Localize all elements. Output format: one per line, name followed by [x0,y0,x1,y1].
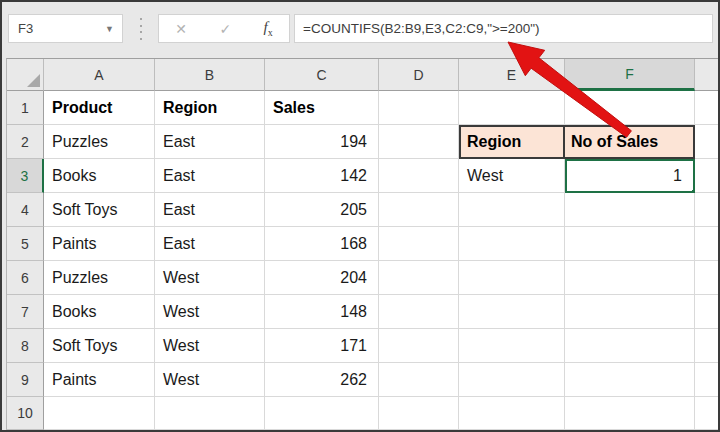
cell-A2[interactable]: Puzzles [44,125,155,159]
cell-C1[interactable]: Sales [265,91,379,125]
enter-icon[interactable]: ✓ [219,21,231,37]
cell-D5[interactable] [379,227,459,261]
cell-F7[interactable] [565,295,695,329]
cell-text-B4: East [163,201,195,219]
row-header-6[interactable]: 6 [7,261,44,295]
cell-A6[interactable]: Puzzles [44,261,155,295]
cell-B6[interactable]: West [155,261,265,295]
col-header-D[interactable]: D [379,59,459,91]
cell-D7[interactable] [379,295,459,329]
cell-E1[interactable] [459,91,565,125]
col-header-B[interactable]: B [155,59,265,91]
cell-D3[interactable] [379,159,459,193]
cell-E10[interactable] [459,397,565,430]
cell-A5[interactable]: Paints [44,227,155,261]
cell-E6[interactable] [459,261,565,295]
cell-B3[interactable]: East [155,159,265,193]
cell-A4[interactable]: Soft Toys [44,193,155,227]
cell-text-C3: 142 [340,167,367,185]
cell-partial-2 [695,125,719,159]
cell-F4[interactable] [565,193,695,227]
insert-function-icon[interactable]: fx [264,19,273,38]
col-header-F[interactable]: F [565,59,695,91]
cell-B2[interactable]: East [155,125,265,159]
grid-row-1: 1ProductRegionSales [7,91,719,125]
cell-F3[interactable]: 1 [565,159,695,193]
cell-E2[interactable]: Region [459,125,565,159]
cell-A10[interactable] [44,397,155,430]
cell-partial-1 [695,91,719,125]
cell-F5[interactable] [565,227,695,261]
cell-A7[interactable]: Books [44,295,155,329]
cell-E5[interactable] [459,227,565,261]
cell-F10[interactable] [565,397,695,430]
cell-A3[interactable]: Books [44,159,155,193]
cell-text-A6: Puzzles [52,269,108,287]
cell-B7[interactable]: West [155,295,265,329]
row-header-5[interactable]: 5 [7,227,44,261]
formula-bar[interactable]: =COUNTIFS(B2:B9,E3,C2:C9,">=200") [294,14,713,43]
chevron-down-icon[interactable]: ▼ [105,24,114,34]
cell-B10[interactable] [155,397,265,430]
cell-E4[interactable] [459,193,565,227]
fill-handle[interactable] [691,189,695,193]
cell-D8[interactable] [379,329,459,363]
cell-E7[interactable] [459,295,565,329]
cell-C2[interactable]: 194 [265,125,379,159]
row-header-10[interactable]: 10 [7,397,44,430]
cell-C8[interactable]: 171 [265,329,379,363]
cell-C4[interactable]: 205 [265,193,379,227]
cell-D4[interactable] [379,193,459,227]
cell-D2[interactable] [379,125,459,159]
cell-B1[interactable]: Region [155,91,265,125]
row-header-9[interactable]: 9 [7,363,44,397]
cell-C3[interactable]: 142 [265,159,379,193]
cell-text-B8: West [163,337,199,355]
row-header-7[interactable]: 7 [7,295,44,329]
cell-B8[interactable]: West [155,329,265,363]
cell-F8[interactable] [565,329,695,363]
cell-A8[interactable]: Soft Toys [44,329,155,363]
cell-C5[interactable]: 168 [265,227,379,261]
row-header-3[interactable]: 3 [7,159,44,193]
cell-C9[interactable]: 262 [265,363,379,397]
cell-text-A3: Books [52,167,96,185]
toolbar-divider-dots [138,18,144,40]
cell-text-C7: 148 [340,303,367,321]
row-header-4[interactable]: 4 [7,193,44,227]
cell-F2[interactable]: No of Sales [565,125,695,159]
cell-D9[interactable] [379,363,459,397]
row-header-1[interactable]: 1 [7,91,44,125]
cell-F1[interactable] [565,91,695,125]
cell-C6[interactable]: 204 [265,261,379,295]
cell-A9[interactable]: Paints [44,363,155,397]
cell-D6[interactable] [379,261,459,295]
row-header-2[interactable]: 2 [7,125,44,159]
cell-text-C4: 205 [340,201,367,219]
cell-text-B7: West [163,303,199,321]
cancel-icon[interactable]: ✕ [175,21,187,37]
cell-D10[interactable] [379,397,459,430]
col-header-C[interactable]: C [265,59,379,91]
cell-E9[interactable] [459,363,565,397]
cell-F9[interactable] [565,363,695,397]
name-box[interactable]: F3 ▼ [8,14,123,43]
cell-F6[interactable] [565,261,695,295]
cell-D1[interactable] [379,91,459,125]
col-header-A[interactable]: A [44,59,155,91]
cell-text-A5: Paints [52,235,96,253]
cell-C10[interactable] [265,397,379,430]
cell-B5[interactable]: East [155,227,265,261]
cell-E3[interactable]: West [459,159,565,193]
row-header-8[interactable]: 8 [7,329,44,363]
col-header-E[interactable]: E [459,59,565,91]
cell-C7[interactable]: 148 [265,295,379,329]
cell-E8[interactable] [459,329,565,363]
cell-A1[interactable]: Product [44,91,155,125]
select-all-corner[interactable] [7,59,44,91]
cell-text-F3: 1 [673,167,682,185]
cell-B4[interactable]: East [155,193,265,227]
formula-toolbar: F3 ▼ ✕ ✓ fx =COUNTIFS(B2:B9,E3,C2:C9,">=… [2,2,718,56]
cell-B9[interactable]: West [155,363,265,397]
cell-text-C2: 194 [340,133,367,151]
